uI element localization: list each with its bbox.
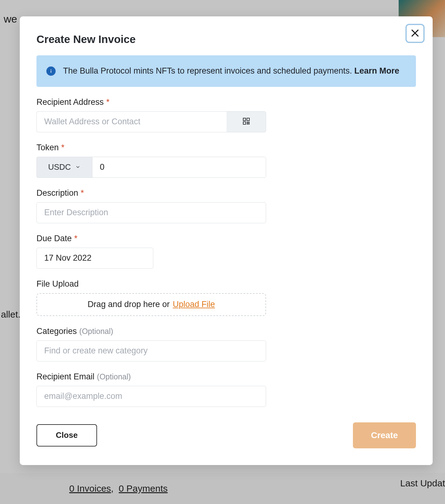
recipient-address-input[interactable]: [36, 111, 227, 132]
qr-scan-button[interactable]: [227, 111, 266, 132]
recipient-email-input[interactable]: [36, 386, 266, 407]
drag-drop-text: Drag and drop here or: [87, 300, 170, 309]
info-text: The Bulla Protocol mints NFTs to represe…: [63, 65, 399, 78]
close-button[interactable]: Close: [36, 424, 97, 446]
required-asterisk: *: [81, 188, 84, 198]
recipient-label: Recipient Address: [36, 97, 104, 107]
required-asterisk: *: [74, 234, 78, 243]
svg-rect-7: [247, 123, 248, 124]
info-banner: The Bulla Protocol mints NFTs to represe…: [36, 55, 416, 87]
qr-icon: [243, 117, 250, 126]
svg-rect-1: [51, 71, 51, 73]
recipient-email-label: Recipient Email: [36, 372, 95, 382]
svg-rect-4: [243, 122, 246, 124]
chevron-down-icon: [75, 162, 81, 172]
description-label: Description: [36, 188, 78, 198]
learn-more-link[interactable]: Learn More: [354, 66, 399, 75]
close-modal-button[interactable]: [405, 24, 425, 43]
file-upload-dropzone[interactable]: Drag and drop here or Upload File: [36, 293, 266, 316]
description-input[interactable]: [36, 202, 266, 223]
file-upload-label: File Upload: [36, 279, 79, 289]
create-invoice-modal: Create New Invoice The Bulla Protocol mi…: [20, 16, 433, 465]
svg-rect-6: [248, 122, 249, 123]
categories-label: Categories: [36, 327, 77, 336]
create-button[interactable]: Create: [353, 422, 416, 448]
svg-point-0: [51, 70, 52, 70]
due-date-label: Due Date: [36, 234, 72, 243]
svg-rect-3: [247, 118, 249, 121]
modal-title: Create New Invoice: [36, 33, 136, 45]
categories-input[interactable]: [36, 340, 266, 361]
upload-file-link[interactable]: Upload File: [173, 300, 215, 309]
optional-hint: (Optional): [79, 327, 113, 336]
token-select-value: USDC: [48, 162, 71, 172]
info-message: The Bulla Protocol mints NFTs to represe…: [63, 66, 354, 75]
token-label: Token: [36, 143, 59, 152]
due-date-input[interactable]: [36, 248, 153, 269]
svg-rect-5: [247, 122, 248, 123]
required-asterisk: *: [106, 97, 110, 107]
optional-hint: (Optional): [97, 372, 131, 381]
svg-rect-8: [248, 123, 249, 124]
svg-rect-2: [243, 118, 246, 121]
info-icon: [46, 66, 56, 76]
close-icon: [410, 28, 420, 39]
required-asterisk: *: [61, 143, 65, 152]
token-amount-input[interactable]: [92, 157, 266, 178]
token-select[interactable]: USDC: [36, 157, 92, 178]
